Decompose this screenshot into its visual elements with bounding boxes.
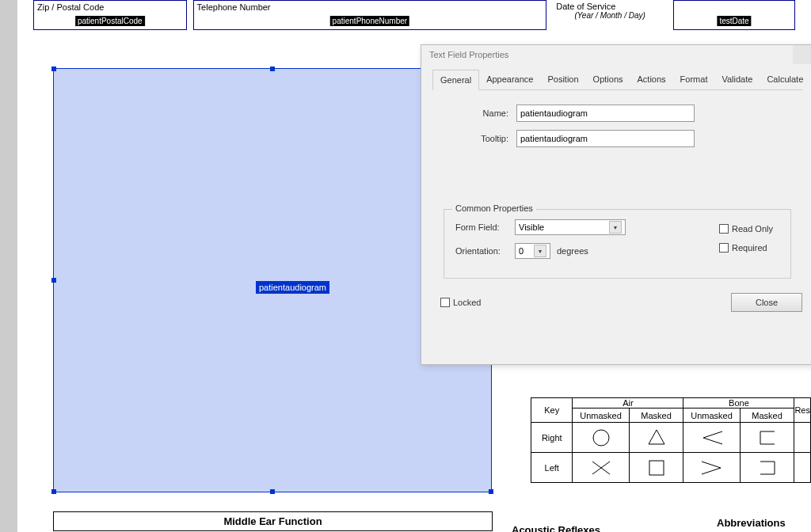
tooltip-label: Tooltip:: [445, 134, 516, 143]
form-field-select[interactable]: Visible ▼: [515, 219, 626, 235]
readonly-checkbox[interactable]: [719, 224, 729, 234]
locked-checkbox[interactable]: [440, 298, 450, 307]
resize-handle-br[interactable]: [489, 489, 493, 494]
legend-right-label: Right: [531, 423, 573, 453]
legend-res-header: Res: [794, 398, 811, 423]
readonly-checkbox-group[interactable]: Read Only: [719, 224, 773, 234]
date-label: Date of Service: [556, 2, 664, 11]
resize-handle-tl[interactable]: [51, 66, 56, 71]
legend-bone-header: Bone: [683, 398, 794, 408]
resize-handle-ml[interactable]: [51, 278, 56, 283]
middle-ear-header: Middle Ear Function: [53, 511, 493, 531]
tab-validate[interactable]: Validate: [714, 70, 760, 89]
orientation-value: 0: [519, 246, 524, 256]
dialog-title: Text Field Properties: [421, 45, 811, 64]
abbreviations-header: Abbreviations: [717, 517, 786, 529]
resize-handle-tm[interactable]: [270, 66, 275, 71]
tab-panel-general: Name: Tooltip:: [421, 90, 811, 147]
svg-rect-3: [649, 461, 664, 475]
phone-label: Telephone Number: [197, 2, 543, 12]
form-field-label: Form Field:: [455, 222, 515, 232]
legend-air-masked: Masked: [629, 408, 683, 423]
tab-appearance[interactable]: Appearance: [479, 70, 540, 89]
dialog-bottom-bar: Locked Close: [421, 285, 811, 312]
symbol-left-bone-masked-icon: [740, 453, 794, 483]
name-label: Name:: [445, 108, 516, 118]
dialog-close-icon[interactable]: [793, 45, 811, 64]
svg-point-0: [593, 430, 609, 446]
legend-bone-unmasked: Unmasked: [683, 408, 740, 423]
date-sublabel: (Year / Month / Day): [556, 11, 664, 20]
name-input[interactable]: [516, 104, 695, 122]
tab-format[interactable]: Format: [673, 70, 715, 89]
required-checkbox[interactable]: [719, 243, 729, 253]
required-checkbox-group[interactable]: Required: [719, 243, 773, 253]
zip-field-badge: patientPostalCode: [75, 16, 145, 26]
symbol-left-air-unmasked-icon: [573, 453, 629, 483]
form-top-row: Zip / Postal Code patientPostalCode Tele…: [17, 0, 811, 30]
date-cell: Date of Service (Year / Month / Day): [553, 0, 667, 30]
zip-cell[interactable]: Zip / Postal Code patientPostalCode: [33, 0, 187, 30]
required-label: Required: [732, 243, 767, 253]
legend-key-header: Key: [531, 398, 573, 423]
phone-cell[interactable]: Telephone Number patientPhoneNumber: [193, 0, 547, 30]
legend-bone-masked: Masked: [740, 408, 794, 423]
tab-position[interactable]: Position: [540, 70, 585, 89]
tab-options[interactable]: Options: [586, 70, 630, 89]
legend-res-left: [794, 453, 811, 483]
legend-air-header: Air: [573, 398, 683, 408]
zip-label: Zip / Postal Code: [37, 2, 183, 12]
symbol-left-bone-unmasked-icon: [683, 453, 740, 483]
phone-field-badge: patientPhoneNumber: [330, 16, 410, 26]
tooltip-input[interactable]: [516, 130, 695, 147]
readonly-label: Read Only: [732, 224, 773, 234]
degrees-label: degrees: [557, 246, 588, 256]
chevron-down-icon: ▼: [534, 245, 546, 257]
symbol-left-air-masked-icon: [629, 453, 683, 483]
form-field-value: Visible: [519, 222, 544, 232]
legend-left-label: Left: [531, 453, 573, 483]
close-button[interactable]: Close: [731, 293, 802, 312]
text-field-properties-dialog: Text Field Properties General Appearance…: [421, 44, 811, 365]
dialog-tabs: General Appearance Position Options Acti…: [432, 70, 802, 90]
locked-label: Locked: [453, 298, 481, 307]
symbol-right-air-unmasked-icon: [573, 423, 629, 453]
acoustic-reflexes-header: Acoustic Reflexes: [512, 524, 600, 532]
chevron-down-icon: ▼: [609, 221, 622, 234]
symbol-right-bone-masked-icon: [740, 423, 794, 453]
common-properties-group: Common Properties Form Field: Visible ▼ …: [444, 209, 791, 279]
tab-actions[interactable]: Actions: [630, 70, 673, 89]
testdate-field-badge: testDate: [717, 16, 751, 26]
document-page: Zip / Postal Code patientPostalCode Tele…: [17, 0, 811, 532]
symbol-right-bone-unmasked-icon: [683, 423, 740, 453]
resize-handle-bm[interactable]: [270, 489, 275, 494]
orientation-select[interactable]: 0 ▼: [515, 243, 550, 259]
symbol-right-air-masked-icon: [629, 423, 683, 453]
resize-handle-bl[interactable]: [51, 489, 56, 494]
orientation-label: Orientation:: [455, 246, 515, 256]
locked-checkbox-group[interactable]: Locked: [440, 298, 481, 307]
audiogram-field-label: patientaudiogram: [256, 281, 329, 294]
common-properties-legend: Common Properties: [452, 203, 536, 213]
legend-air-unmasked: Unmasked: [573, 408, 629, 423]
testdate-cell[interactable]: testDate: [673, 0, 795, 30]
audiogram-key-legend: Key Air Bone Res Unmasked Masked Unmaske…: [531, 397, 811, 483]
legend-res-right: [794, 423, 811, 453]
tab-calculate[interactable]: Calculate: [760, 70, 810, 89]
tab-general[interactable]: General: [432, 70, 479, 90]
